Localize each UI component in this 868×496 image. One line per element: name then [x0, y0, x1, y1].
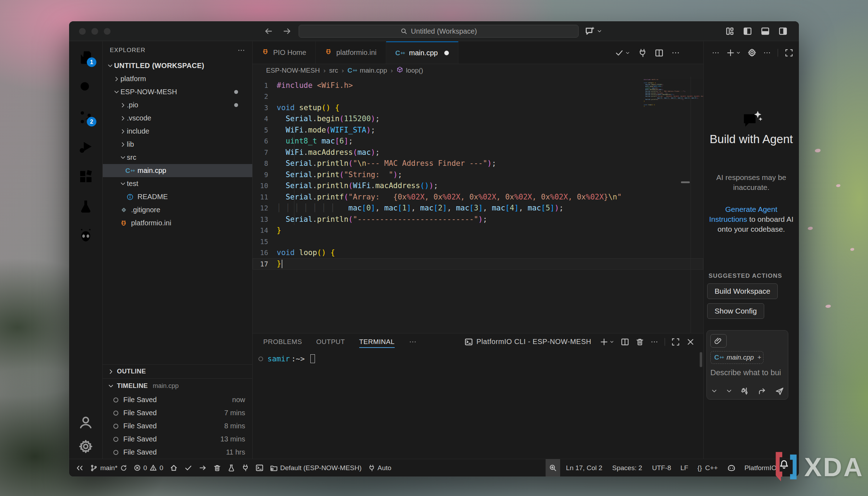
git-branch-status[interactable]: main*: [87, 459, 130, 477]
notifications-bell-icon[interactable]: [779, 460, 789, 470]
pio-build-check-icon[interactable]: [181, 459, 196, 477]
show-config-button[interactable]: Show Config: [707, 303, 764, 319]
breadcrumb-item-src[interactable]: src: [329, 67, 338, 74]
tree-item--vscode[interactable]: .vscode: [103, 112, 252, 125]
command-center-search[interactable]: Untitled (Workspace): [299, 25, 579, 38]
chat-mode-dropdown-icon[interactable]: [711, 388, 717, 394]
pio-clean-trash-icon[interactable]: [210, 459, 224, 477]
build-workspace-button[interactable]: Build Workspace: [707, 283, 778, 299]
testing-activity-icon[interactable]: [76, 197, 96, 216]
pio-home-status-icon[interactable]: [167, 459, 181, 477]
tab-platformio-ini[interactable]: platformio.ini: [316, 41, 386, 64]
close-window-button[interactable]: [79, 28, 86, 35]
tab-main-cpp[interactable]: C++main.cpp: [386, 41, 458, 64]
tab-pio-home[interactable]: PIO Home: [253, 41, 316, 64]
breadcrumb-item-loop-[interactable]: loop(): [396, 66, 423, 75]
indentation-setting[interactable]: Spaces: 2: [609, 459, 646, 477]
scrollbar-thumb[interactable]: [681, 181, 690, 183]
tree-item--pio[interactable]: .pio: [103, 98, 252, 112]
zoom-window-button[interactable]: [104, 28, 111, 35]
pio-serial-plug-icon[interactable]: [238, 459, 252, 477]
serial-port-selector[interactable]: Auto: [365, 459, 395, 477]
tree-item-test[interactable]: test: [103, 177, 252, 190]
split-editor-icon[interactable]: [655, 49, 664, 57]
chat-more-icon[interactable]: [712, 49, 720, 57]
pio-upload-arrow-icon[interactable]: [196, 459, 210, 477]
editor-more-icon[interactable]: [671, 49, 680, 57]
new-terminal-icon[interactable]: [600, 338, 614, 346]
source-control-activity-icon[interactable]: 2: [76, 107, 96, 127]
panel-tab-problems[interactable]: PROBLEMS: [263, 333, 302, 350]
chat-settings-gear-icon[interactable]: [748, 48, 756, 57]
tools-icon[interactable]: [741, 387, 749, 395]
outline-section-header[interactable]: OUTLINE: [103, 364, 252, 379]
timeline-entry[interactable]: File Saved7 mins: [103, 406, 252, 419]
tree-item--gitignore[interactable]: .gitignore: [103, 203, 252, 216]
customize-layout-icon[interactable]: [725, 27, 734, 36]
panel-tab-terminal[interactable]: TERMINAL: [359, 333, 395, 350]
minimap[interactable]: #include <WiFi.h> void setup() { Serial.…: [644, 79, 690, 107]
tree-item-include[interactable]: include: [103, 125, 252, 138]
chat-overflow-more-icon[interactable]: [763, 49, 771, 57]
explorer-more-icon[interactable]: [237, 46, 245, 54]
model-dropdown-icon[interactable]: [726, 388, 732, 394]
tree-item-platformio-ini[interactable]: platformio.ini: [103, 216, 252, 230]
copilot-status-icon[interactable]: [724, 459, 739, 477]
timeline-entry[interactable]: File Savednow: [103, 393, 252, 406]
explorer-activity-icon[interactable]: 1: [76, 48, 96, 68]
maximize-panel-icon[interactable]: [671, 338, 680, 346]
expand-chat-icon[interactable]: [785, 49, 793, 57]
panel-more-icon[interactable]: [409, 338, 417, 346]
encoding-setting[interactable]: UTF-8: [649, 459, 675, 477]
settings-gear-icon[interactable]: [78, 439, 93, 454]
tree-item-untitled-workspace-[interactable]: UNTITLED (WORKSPACE): [103, 59, 252, 72]
tree-item-readme[interactable]: README: [103, 190, 252, 203]
copilot-menu-button[interactable]: [585, 26, 602, 36]
code-editor[interactable]: 1#include <WiFi.h>23void setup() {4 Seri…: [253, 77, 703, 333]
terminal-scrollbar-thumb[interactable]: [700, 352, 702, 367]
zoom-level-button[interactable]: [546, 459, 560, 477]
kill-terminal-trash-icon[interactable]: [636, 338, 644, 346]
serial-monitor-plug-icon[interactable]: [638, 49, 647, 57]
timeline-section-header[interactable]: TIMELINE main.cpp: [103, 379, 252, 393]
navigate-back-icon[interactable]: [264, 27, 273, 36]
attach-context-button[interactable]: [710, 334, 727, 348]
terminal-area[interactable]: samir:~>: [253, 350, 703, 459]
pio-env-selector[interactable]: Default (ESP-NOW-MESH): [267, 459, 365, 477]
panel-views-more-icon[interactable]: [650, 338, 658, 346]
context-chip-main-cpp[interactable]: C++ main.cpp +: [710, 351, 763, 364]
timeline-entry[interactable]: File Saved8 mins: [103, 419, 252, 433]
tree-item-main-cpp[interactable]: C++main.cpp: [103, 164, 252, 177]
close-panel-icon[interactable]: [686, 338, 695, 346]
run-debug-activity-icon[interactable]: [76, 137, 96, 157]
chat-input-box[interactable]: C++ main.cpp + Describe what to bui: [706, 330, 788, 400]
cursor-position[interactable]: Ln 17, Col 2: [563, 459, 605, 477]
toggle-primary-sidebar-icon[interactable]: [743, 27, 752, 36]
tree-item-src[interactable]: src: [103, 151, 252, 164]
tree-item-lib[interactable]: lib: [103, 138, 252, 151]
terminal-selector[interactable]: PlatformIO CLI - ESP-NOW-MESH: [464, 338, 591, 346]
accounts-icon[interactable]: [78, 415, 93, 430]
breadcrumb-item-main-cpp[interactable]: C++main.cpp: [348, 67, 387, 74]
extensions-activity-icon[interactable]: [76, 167, 96, 187]
run-task-check-icon[interactable]: [615, 48, 630, 57]
language-mode[interactable]: {} C++: [694, 459, 721, 477]
tree-item-platform[interactable]: platform: [103, 72, 252, 85]
search-activity-icon[interactable]: [76, 78, 96, 97]
panel-tab-output[interactable]: OUTPUT: [316, 333, 345, 350]
remote-indicator[interactable]: [73, 459, 87, 477]
minimize-window-button[interactable]: [91, 28, 98, 35]
tree-item-esp-now-mesh[interactable]: ESP-NOW-MESH: [103, 85, 252, 98]
problems-status[interactable]: 0 0: [130, 459, 167, 477]
timeline-entry[interactable]: File Saved13 mins: [103, 433, 252, 446]
platformio-activity-icon[interactable]: [76, 226, 96, 246]
toggle-secondary-sidebar-icon[interactable]: [778, 27, 788, 36]
split-terminal-icon[interactable]: [621, 338, 629, 346]
pio-test-flask-icon[interactable]: [224, 459, 238, 477]
eol-setting[interactable]: LF: [677, 459, 691, 477]
breadcrumb-item-esp-now-mesh[interactable]: ESP-NOW-MESH: [266, 67, 320, 74]
toggle-panel-icon[interactable]: [761, 27, 770, 36]
editor-scrollbar[interactable]: [691, 77, 703, 333]
pio-terminal-status-icon[interactable]: [252, 459, 267, 477]
navigate-forward-icon[interactable]: [282, 27, 292, 36]
